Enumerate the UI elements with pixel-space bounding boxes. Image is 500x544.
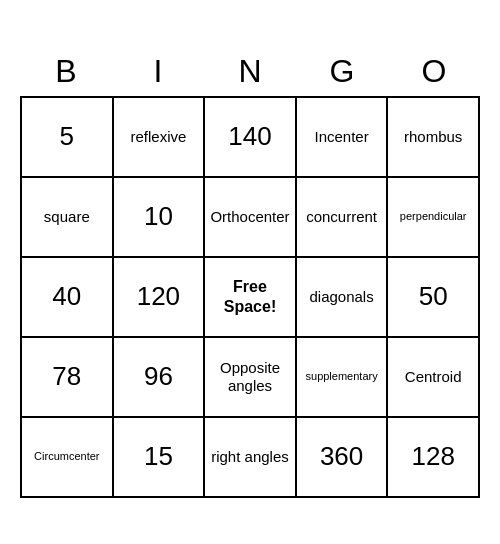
bingo-card: BINGO 5reflexive140Incenterrhombussquare… xyxy=(10,37,490,508)
bingo-cell: Circumcenter xyxy=(22,418,114,498)
bingo-cell: Orthocenter xyxy=(205,178,297,258)
bingo-header: BINGO xyxy=(20,47,480,96)
bingo-cell: 5 xyxy=(22,98,114,178)
bingo-cell: rhombus xyxy=(388,98,480,178)
bingo-cell: 10 xyxy=(114,178,206,258)
header-letter: I xyxy=(112,47,204,96)
header-letter: G xyxy=(296,47,388,96)
bingo-cell: Opposite angles xyxy=(205,338,297,418)
bingo-cell: 50 xyxy=(388,258,480,338)
bingo-cell: concurrent xyxy=(297,178,389,258)
bingo-cell: 96 xyxy=(114,338,206,418)
bingo-cell: Free Space! xyxy=(205,258,297,338)
bingo-cell: diagonals xyxy=(297,258,389,338)
bingo-cell: right angles xyxy=(205,418,297,498)
bingo-cell: 15 xyxy=(114,418,206,498)
header-letter: O xyxy=(388,47,480,96)
header-letter: N xyxy=(204,47,296,96)
bingo-cell: 360 xyxy=(297,418,389,498)
bingo-cell: Incenter xyxy=(297,98,389,178)
bingo-cell: Centroid xyxy=(388,338,480,418)
bingo-cell: supplementary xyxy=(297,338,389,418)
bingo-cell: perpendicular xyxy=(388,178,480,258)
bingo-cell: 120 xyxy=(114,258,206,338)
bingo-cell: square xyxy=(22,178,114,258)
bingo-cell: 40 xyxy=(22,258,114,338)
header-letter: B xyxy=(20,47,112,96)
bingo-grid: 5reflexive140Incenterrhombussquare10Orth… xyxy=(20,96,480,498)
bingo-cell: 140 xyxy=(205,98,297,178)
bingo-cell: reflexive xyxy=(114,98,206,178)
bingo-cell: 78 xyxy=(22,338,114,418)
bingo-cell: 128 xyxy=(388,418,480,498)
